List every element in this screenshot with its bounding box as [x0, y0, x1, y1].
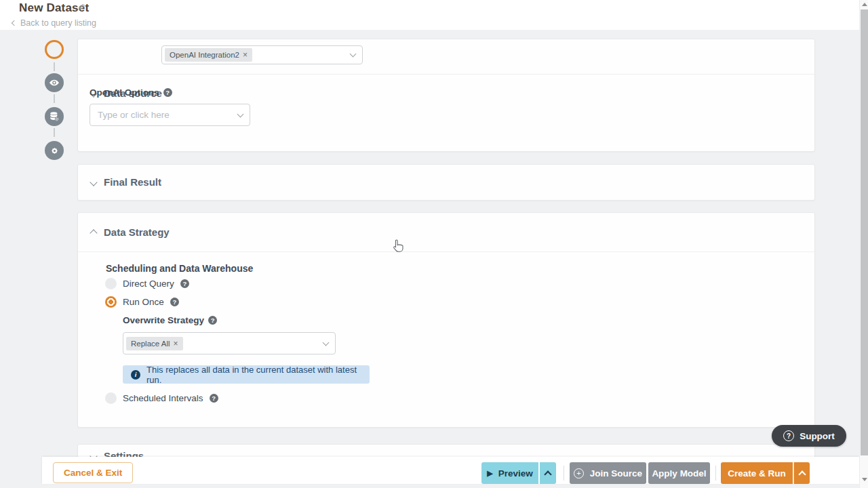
direct-query-radio-row: Direct Query ?	[105, 278, 189, 289]
direct-query-label: Direct Query	[123, 279, 174, 289]
step-data-warehouse-icon[interactable]	[45, 107, 64, 126]
apply-model-label: Apply Model	[652, 468, 706, 479]
tag-label: OpenAI Integration2	[170, 51, 239, 59]
help-icon[interactable]: ?	[163, 88, 172, 97]
final-result-panel: Final Result	[77, 164, 815, 201]
mouse-cursor-pointer	[392, 239, 404, 253]
join-source-label: Join Source	[590, 468, 642, 479]
help-icon[interactable]: ?	[208, 316, 217, 325]
chevron-down-icon	[350, 51, 357, 58]
run-once-label: Run Once	[123, 297, 164, 307]
plus-circle-icon: +	[574, 468, 584, 479]
scroll-up-arrow-icon[interactable]	[862, 3, 867, 6]
step-progress-ring-icon[interactable]	[45, 40, 64, 59]
scroll-down-arrow-icon[interactable]	[862, 478, 867, 481]
direct-query-radio[interactable]	[105, 278, 117, 289]
cancel-exit-button[interactable]: Cancel & Exit	[53, 462, 133, 483]
info-icon: i	[131, 370, 140, 380]
rail-connector	[54, 62, 55, 71]
data-source-selected-tag: OpenAI Integration2 ×	[165, 48, 252, 62]
data-source-select[interactable]: OpenAI Integration2 ×	[161, 45, 363, 64]
divider	[78, 251, 814, 252]
openai-options-label: OpenAI Options ?	[90, 87, 172, 98]
database-gear-icon	[49, 111, 60, 122]
remove-tag-icon[interactable]: ×	[174, 339, 178, 348]
preview-dropdown-toggle[interactable]	[540, 462, 556, 484]
help-icon[interactable]: ?	[170, 298, 179, 306]
scrollbar-thumb[interactable]	[861, 9, 868, 455]
create-run-dropdown-toggle[interactable]	[793, 462, 810, 484]
scheduling-section-title: Scheduling and Data Warehouse	[106, 263, 253, 274]
scheduled-intervals-radio-row: Scheduled Intervals ?	[105, 392, 218, 404]
rail-connector	[54, 128, 55, 137]
divider	[564, 466, 564, 481]
openai-options-select[interactable]: Type or click here	[90, 104, 250, 126]
eye-icon	[49, 77, 60, 88]
help-icon[interactable]: ?	[180, 279, 189, 288]
footer-action-bar: Cancel & Exit ▶ Preview + Join Source Ap…	[42, 457, 859, 484]
final-result-panel-title: Final Result	[104, 176, 161, 188]
divider	[78, 74, 814, 75]
rail-connector	[54, 94, 55, 103]
step-settings-gear-icon[interactable]	[45, 141, 64, 160]
overwrite-strategy-text: Overwrite Strategy	[123, 315, 204, 325]
openai-options-placeholder: Type or click here	[93, 110, 170, 120]
scrollbar[interactable]	[859, 0, 868, 488]
overwrite-selected-tag: Replace All ×	[126, 337, 183, 350]
remove-tag-icon[interactable]: ×	[243, 50, 248, 60]
data-source-panel: Data source OpenAI Integration2 × OpenAI…	[77, 39, 815, 152]
page-header	[0, 0, 859, 30]
data-strategy-panel: Data Strategy Scheduling and Data Wareho…	[77, 212, 815, 428]
join-source-button[interactable]: + Join Source	[570, 462, 646, 484]
chevron-up-icon[interactable]	[90, 229, 97, 237]
apply-model-button[interactable]: Apply Model	[648, 462, 710, 484]
run-once-radio[interactable]	[105, 296, 117, 308]
preview-button[interactable]: ▶ Preview	[481, 462, 538, 484]
create-run-label: Create & Run	[728, 468, 786, 479]
edit-title-pencil-icon[interactable]: ✎	[77, 2, 85, 13]
divider	[715, 466, 716, 481]
run-once-radio-row: Run Once ?	[105, 296, 179, 308]
create-run-button[interactable]: Create & Run	[721, 462, 793, 484]
preview-label: Preview	[498, 468, 533, 479]
chevron-down-icon[interactable]	[90, 178, 97, 186]
support-label: Support	[800, 431, 835, 441]
overwrite-strategy-select[interactable]: Replace All ×	[123, 332, 336, 354]
support-button[interactable]: ? Support	[772, 425, 846, 447]
replace-info-text: This replaces all data in the current da…	[146, 365, 361, 385]
question-mark-icon: ?	[783, 430, 794, 441]
chevron-down-icon	[323, 339, 330, 346]
back-to-query-listing-link[interactable]: Back to query listing	[12, 18, 96, 28]
help-icon[interactable]: ?	[210, 394, 218, 403]
play-icon: ▶	[487, 469, 492, 478]
chevron-up-icon	[544, 470, 551, 478]
back-link-label: Back to query listing	[20, 18, 96, 28]
chevron-up-icon	[798, 470, 806, 478]
gear-icon	[50, 146, 60, 156]
chevron-down-icon	[237, 110, 244, 117]
data-strategy-panel-title: Data Strategy	[104, 226, 170, 238]
scheduled-intervals-radio[interactable]	[105, 392, 117, 404]
replace-info-banner: i This replaces all data in the current …	[123, 365, 370, 384]
overwrite-strategy-label: Overwrite Strategy ?	[123, 315, 217, 325]
scheduled-intervals-label: Scheduled Intervals	[123, 393, 203, 403]
step-preview-eye-icon[interactable]	[45, 73, 64, 92]
tag-label: Replace All	[131, 340, 170, 348]
chevron-left-icon	[12, 20, 17, 26]
openai-options-text: OpenAI Options	[90, 87, 159, 98]
